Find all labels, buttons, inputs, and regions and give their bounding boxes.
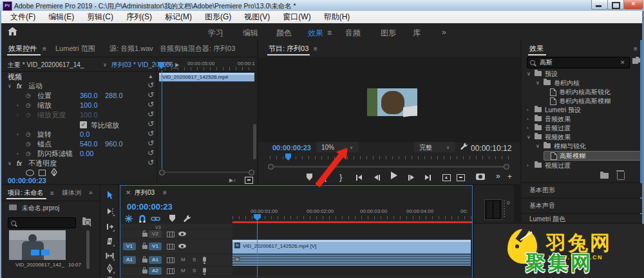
menu-clip[interactable]: 剪辑(C) (80, 11, 120, 23)
ecp-zoom-handle-right[interactable] (249, 170, 254, 175)
audio-clip[interactable]: fx (232, 254, 471, 266)
menu-help[interactable]: 帮助(H) (317, 11, 357, 23)
stopwatch-icon[interactable]: ◷ (26, 151, 31, 157)
lock-icon[interactable] (142, 233, 147, 237)
extract-button[interactable] (457, 173, 465, 182)
workspace-tab-library[interactable]: 库 (413, 28, 421, 39)
antiflicker-caret-icon[interactable]: › (17, 152, 19, 157)
ecp-timecode[interactable]: 00:00:00:23 (8, 177, 46, 184)
reset-icon[interactable]: ↺ (147, 91, 154, 99)
reset-icon[interactable]: ↺ (147, 159, 154, 166)
workspace-tab-color[interactable]: 颜色 (276, 28, 292, 39)
tree-caret-icon[interactable]: › (527, 163, 529, 168)
tree-item-audio-effects[interactable]: 音频效果 (545, 116, 571, 123)
panel-overflow-icon[interactable]: » (89, 190, 93, 196)
workspace-tab-learn[interactable]: 学习 (208, 28, 223, 39)
opacity-label[interactable]: 不透明度 (28, 160, 57, 167)
pen-tool[interactable] (105, 264, 115, 273)
project-scrollbar[interactable] (86, 230, 90, 269)
stopwatch-icon[interactable]: ◷ (26, 93, 31, 99)
workspace-tab-effects[interactable]: 效果 (308, 28, 323, 39)
reset-icon[interactable]: ↺ (147, 149, 154, 157)
tree-caret-icon[interactable]: ∨ (536, 144, 540, 149)
essential-sound-panel-header[interactable]: 基本声音 (522, 199, 644, 213)
motion-caret-icon[interactable]: ∨ (8, 84, 12, 89)
stopwatch-icon[interactable]: ◷ (26, 103, 31, 108)
slip-tool[interactable] (105, 251, 115, 261)
tree-item-audio-transitions[interactable]: 音频过渡 (545, 125, 571, 132)
selection-tool[interactable] (105, 190, 115, 200)
track-a2[interactable] (232, 266, 472, 275)
tree-caret-icon[interactable]: ∨ (527, 135, 531, 140)
master-clip-label[interactable]: 主要 * VID_20200617_14_ (8, 62, 84, 68)
tab-program-monitor[interactable]: 节目: 序列03 (269, 45, 308, 52)
tree-item-video-effects[interactable]: 视频效果 (545, 134, 571, 141)
add-marker-button[interactable] (307, 174, 312, 181)
ecp-clip-bar[interactable]: VID_20200617_142526.mp4 (159, 72, 254, 82)
opacity-caret-icon[interactable]: ∨ (8, 161, 12, 166)
timeline-ruler[interactable] (232, 216, 472, 219)
reset-icon[interactable]: ↺ (147, 130, 154, 137)
reset-icon[interactable]: ↺ (147, 81, 154, 89)
button-editor-button[interactable]: + (507, 173, 512, 181)
rotation-value[interactable]: 0.0 (80, 131, 90, 138)
track-badge-a2[interactable]: A2 (149, 267, 162, 275)
anchor-y-value[interactable]: 960.0 (105, 141, 123, 148)
ecp-zoom-handle-left[interactable] (159, 170, 165, 175)
solo-button[interactable]: S (193, 257, 196, 263)
mute-button[interactable]: M (181, 257, 185, 263)
step-back-button[interactable] (374, 173, 380, 182)
anchor-x-value[interactable]: 540.0 (80, 141, 98, 148)
panel-menu-icon[interactable]: ≡ (43, 46, 46, 52)
essential-graphics-panel-header[interactable]: 基本图形 (522, 183, 644, 197)
reset-icon[interactable]: ↺ (147, 120, 154, 128)
settings-wrench-icon[interactable] (459, 142, 468, 152)
export-icon[interactable] (245, 177, 253, 184)
sync-lock-icon[interactable] (167, 257, 175, 263)
tree-item-convolution-kernel[interactable]: 卷积内核 (554, 80, 580, 86)
tree-item-lumetri-presets[interactable]: Lumetri 预设 (545, 107, 581, 114)
program-timecode[interactable]: 00:00:00:23 (272, 144, 311, 152)
lock-icon[interactable] (142, 259, 147, 263)
sync-lock-icon[interactable] (167, 232, 175, 237)
program-playhead-marker[interactable] (285, 154, 291, 161)
panel-menu-icon[interactable]: ≡ (50, 190, 54, 197)
stopwatch-icon[interactable]: ◷ (26, 141, 31, 147)
tree-item-blur-sharpen[interactable]: 模糊与锐化 (554, 143, 586, 150)
tree-caret-icon[interactable]: ∨ (536, 81, 540, 86)
tab-project[interactable]: 项目: 未命名 (8, 190, 44, 196)
workspace-tab-edit[interactable]: 编辑 (243, 28, 258, 39)
program-viewer[interactable] (258, 57, 520, 143)
tree-item-gaussian-sharpen[interactable]: 卷积内核高斯锐化 (559, 89, 611, 95)
scrub-handle-right[interactable] (504, 164, 509, 170)
lock-icon[interactable] (142, 270, 147, 273)
ecp-zoom-bar[interactable] (165, 172, 249, 173)
panel-menu-icon[interactable]: ≡ (163, 190, 167, 196)
track-header-v3[interactable]: V3 (120, 224, 232, 229)
timeline-playhead-line[interactable] (257, 219, 258, 277)
snap-magnet-icon[interactable] (138, 214, 147, 224)
ecp-vertical-scrollbar[interactable] (253, 124, 256, 159)
clip-name-label[interactable]: VID_20200617_142_ (15, 263, 64, 268)
ecp-playhead-line[interactable] (162, 70, 162, 169)
tab-media-browser[interactable]: 媒体浏 (62, 190, 81, 196)
playback-quality-dropdown[interactable]: 完整 ∨ (414, 142, 455, 152)
add-marker-icon[interactable] (169, 215, 175, 222)
panel-menu-icon[interactable]: ≡ (314, 46, 317, 52)
tab-source-monitor[interactable]: 源: 音频1.wav (109, 45, 153, 52)
menu-file[interactable]: 文件(F) (4, 11, 42, 23)
tree-item-gaussian-blur-preset[interactable]: 卷积内核高斯模糊 (559, 98, 611, 104)
go-to-in-button[interactable] (356, 173, 362, 182)
tab-sequence[interactable]: 序列03 (135, 190, 155, 196)
new-bin-button[interactable] (600, 173, 609, 179)
rotation-caret-icon[interactable]: › (17, 132, 19, 137)
lock-icon[interactable] (142, 245, 147, 249)
export-frame-button[interactable] (476, 174, 485, 180)
timeline-settings-wrench-icon[interactable] (182, 214, 191, 224)
ripple-edit-tool[interactable] (105, 222, 115, 232)
clip-dropdown-caret[interactable]: ∨ (103, 63, 107, 68)
project-file-name[interactable]: 未命名.prproj (22, 205, 59, 212)
track-badge-v1[interactable]: V1 (149, 243, 162, 250)
maximize-button[interactable] (607, 0, 624, 10)
home-icon[interactable] (8, 27, 17, 37)
